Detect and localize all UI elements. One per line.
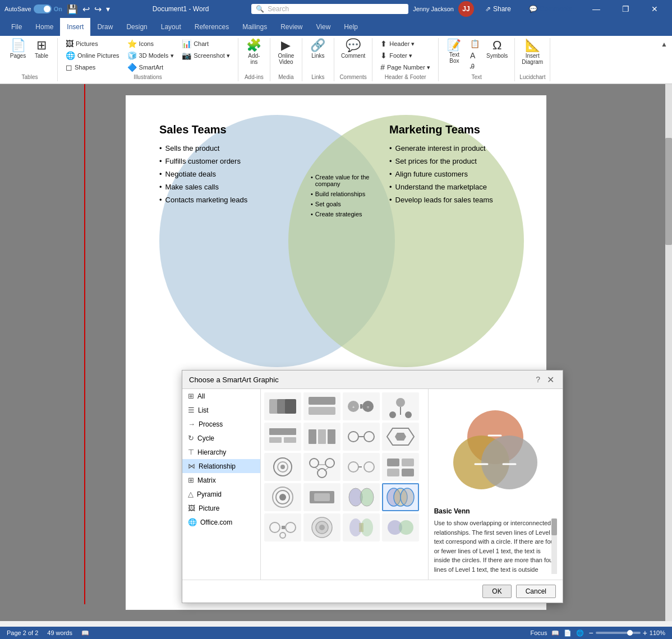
dialog-ok-button[interactable]: OK — [482, 585, 511, 598]
grid-item-2[interactable] — [303, 392, 340, 420]
document-scrollbar[interactable] — [665, 84, 672, 621]
category-hierarchy[interactable]: ⊤ Hierarchy — [182, 445, 260, 459]
tab-mailings[interactable]: Mailings — [236, 18, 274, 36]
grid-item-19[interactable] — [343, 513, 380, 541]
tab-help[interactable]: Help — [337, 18, 365, 36]
icons-button[interactable]: ⭐ Icons — [124, 38, 178, 49]
table-button[interactable]: ⊞ Table — [30, 38, 53, 60]
zoom-slider[interactable] — [596, 632, 641, 634]
zoom-out-icon[interactable]: − — [588, 628, 593, 637]
close-button[interactable]: ✕ — [642, 0, 668, 18]
focus-label[interactable]: Focus — [531, 629, 547, 636]
ribbon-collapse-icon[interactable]: ▲ — [661, 40, 668, 48]
preview-scrollbar[interactable] — [551, 518, 557, 574]
grid-item-14[interactable] — [303, 483, 340, 511]
tab-file[interactable]: File — [4, 18, 29, 36]
svg-rect-16 — [269, 428, 296, 435]
chart-button[interactable]: 📊 Chart — [178, 38, 233, 49]
grid-item-13[interactable] — [264, 483, 301, 511]
category-list[interactable]: ☰ List — [182, 403, 260, 417]
page-number-button[interactable]: # Page Number ▾ — [377, 62, 434, 73]
grid-item-9[interactable] — [264, 453, 301, 481]
text-box-button[interactable]: 📝 TextBox — [443, 38, 466, 65]
links-button[interactable]: 🔗 Links — [307, 38, 329, 60]
category-pyramid[interactable]: △ Pyramid — [182, 487, 260, 501]
view-print-icon[interactable]: 📄 — [564, 629, 572, 637]
addins-button[interactable]: 🧩 Add-ins — [243, 38, 265, 66]
marketing-item-1: •Generate interest in product — [389, 144, 524, 152]
tab-view[interactable]: View — [310, 18, 338, 36]
category-cycle[interactable]: ↻ Cycle — [182, 431, 260, 445]
view-web-icon[interactable]: 🌐 — [576, 629, 584, 637]
shapes-button[interactable]: ◻ Shapes — [62, 62, 123, 73]
view-read-icon[interactable]: 📖 — [551, 629, 559, 637]
comments-button[interactable]: 💬 Comments — [522, 3, 579, 15]
zoom-in-icon[interactable]: + — [643, 628, 647, 637]
category-picture[interactable]: 🖼 Picture — [182, 501, 260, 515]
tab-insert[interactable]: Insert — [60, 18, 90, 36]
category-matrix[interactable]: ⊞ Matrix — [182, 473, 260, 487]
tab-layout[interactable]: Layout — [154, 18, 188, 36]
grid-item-6[interactable] — [303, 423, 340, 451]
grid-item-3[interactable]: + = — [343, 392, 380, 420]
dialog-cancel-button[interactable]: Cancel — [516, 585, 556, 598]
toolbar-undo-icon[interactable]: ↩ — [82, 4, 90, 15]
footer-button[interactable]: ⬇ Footer ▾ — [377, 50, 434, 61]
category-all[interactable]: ⊞ All — [182, 389, 260, 403]
screenshot-icon: 📷 — [182, 51, 191, 60]
header-button[interactable]: ⬆ Header ▾ — [377, 38, 434, 49]
online-pictures-button[interactable]: 🌐 Online Pictures — [62, 50, 123, 61]
grid-item-20[interactable] — [382, 513, 419, 541]
tab-design[interactable]: Design — [119, 18, 154, 36]
symbols-button[interactable]: Ω Symbols — [484, 38, 510, 60]
scroll-thumb[interactable] — [665, 138, 672, 246]
svg-point-67 — [481, 436, 537, 489]
grid-item-5[interactable] — [264, 423, 301, 451]
tab-draw[interactable]: Draw — [90, 18, 119, 36]
dropcap-button[interactable]: Ꭿ — [467, 62, 483, 71]
smartart-dialog: Choose a SmartArt Graphic ? ✕ ⊞ All ☰ Li… — [182, 370, 563, 603]
comment-button[interactable]: 💬 Comment — [339, 38, 367, 60]
grid-item-7[interactable] — [343, 423, 380, 451]
grid-item-8[interactable] — [382, 423, 419, 451]
grid-item-17[interactable] — [264, 513, 301, 541]
smartart-button[interactable]: 🔷 SmartArt — [124, 62, 178, 73]
picture-icon: 🖼 — [188, 504, 195, 512]
tab-references[interactable]: References — [188, 18, 236, 36]
grid-item-15[interactable] — [343, 483, 380, 511]
autosave-switch[interactable] — [34, 4, 52, 13]
svg-point-30 — [310, 459, 319, 467]
autosave-toggle[interactable]: AutoSave On — [4, 4, 62, 13]
wordart-button[interactable]: A — [467, 50, 483, 61]
grid-item-11[interactable] — [343, 453, 380, 481]
insert-diagram-button[interactable]: 📐 InsertDiagram — [519, 38, 545, 66]
grid-item-1[interactable] — [264, 392, 301, 420]
pictures-button[interactable]: 🖼 Pictures — [62, 38, 123, 49]
pages-button[interactable]: 📄 Pages — [7, 38, 29, 60]
proofing-icon[interactable]: 📖 — [81, 629, 89, 637]
explore-quick-parts-button[interactable]: 📋 — [467, 38, 483, 49]
dialog-close-button[interactable]: ✕ — [545, 374, 556, 385]
category-process[interactable]: → Process — [182, 417, 260, 431]
toolbar-save-icon[interactable]: 💾 — [67, 4, 78, 15]
tab-home[interactable]: Home — [29, 18, 60, 36]
share-button[interactable]: ⇗ Share — [478, 3, 518, 15]
3d-models-button[interactable]: 🧊 3D Models ▾ — [124, 50, 178, 61]
restore-button[interactable]: ❐ — [613, 0, 638, 18]
category-officecom[interactable]: 🌐 Office.com — [182, 515, 260, 529]
screenshot-button[interactable]: 📷 Screenshot ▾ — [178, 50, 233, 61]
toolbar-more-icon[interactable]: ▾ — [106, 4, 110, 13]
grid-item-10[interactable] — [303, 453, 340, 481]
category-relationship[interactable]: ⋈ Relationship — [182, 459, 260, 473]
grid-item-4[interactable] — [382, 392, 419, 420]
preview-scroll-thumb[interactable] — [551, 518, 557, 535]
grid-item-16-basic-venn[interactable] — [382, 483, 419, 511]
minimize-button[interactable]: — — [583, 0, 609, 18]
tab-review[interactable]: Review — [274, 18, 309, 36]
title-search-bar[interactable]: 🔍 Search — [251, 4, 408, 14]
toolbar-redo-icon[interactable]: ↪ — [94, 4, 102, 15]
dialog-help-button[interactable]: ? — [536, 375, 540, 384]
grid-item-12[interactable] — [382, 453, 419, 481]
online-video-button[interactable]: ▶ OnlineVideo — [275, 38, 297, 66]
grid-item-18[interactable] — [303, 513, 340, 541]
